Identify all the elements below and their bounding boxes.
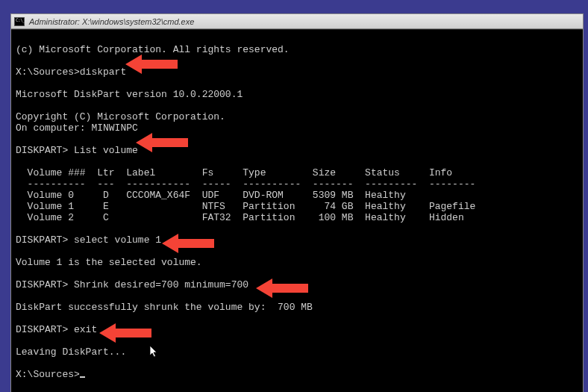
prompt-line: X:\Sources> [16,369,85,380]
output-line: Volume 1 is the selected volume. [16,257,202,268]
cmd-icon [14,17,25,26]
prompt-line: X:\Sources>diskpart [16,66,126,78]
output-line: Microsoft DiskPart version 10.0.22000.1 [16,89,243,100]
table-row: Volume 0 D CCCOMA_X64F UDF DVD-ROM 5309 … [16,190,406,201]
output-line: Copyright (C) Microsoft Corporation. [16,111,225,122]
output-line: On computer: MINWINPC [16,122,138,134]
prompt-line: DISKPART> exit [16,324,97,335]
table-row: Volume 2 C FAT32 Partition 100 MB Health… [16,212,464,223]
table-row: Volume 1 E NTFS Partition 74 GB Healthy … [16,201,475,212]
titlebar[interactable]: Administrator: X:\windows\system32\cmd.e… [11,14,583,29]
prompt-line: DISKPART> List volume [16,145,138,156]
table-divider: ---------- --- ----------- ----- -------… [16,178,475,190]
output-line: DiskPart successfully shrunk the volume … [16,302,313,313]
window-title: Administrator: X:\windows\system32\cmd.e… [29,17,194,26]
output-line: (c) Microsoft Corporation. All rights re… [16,44,290,55]
cmd-window: Administrator: X:\windows\system32\cmd.e… [10,13,584,392]
prompt-line: DISKPART> Shrink desired=700 minimum=700 [16,279,248,290]
output-line: Leaving DiskPart... [16,346,126,358]
terminal-output[interactable]: (c) Microsoft Corporation. All rights re… [11,29,583,392]
text-cursor [80,376,85,378]
table-header: Volume ### Ltr Label Fs Type Size Status… [16,167,452,178]
prompt-line: DISKPART> select volume 1 [16,234,161,246]
